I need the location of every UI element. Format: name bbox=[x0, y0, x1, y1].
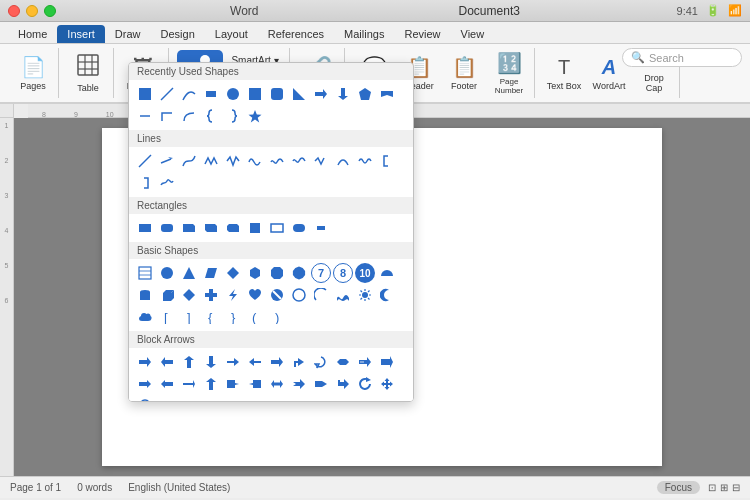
arrow-block-d[interactable] bbox=[201, 352, 221, 372]
arrow-chevron1[interactable] bbox=[289, 374, 309, 394]
shape-corner[interactable] bbox=[289, 84, 309, 104]
basic-heart[interactable] bbox=[245, 285, 265, 305]
line-straight[interactable] bbox=[135, 151, 155, 171]
basic-octagon[interactable] bbox=[267, 263, 287, 283]
zigzag3[interactable] bbox=[245, 151, 265, 171]
textbox-button[interactable]: T Text Box bbox=[543, 50, 585, 96]
arrow-block-l[interactable] bbox=[157, 352, 177, 372]
shape-arrow-d[interactable] bbox=[333, 84, 353, 104]
paren-left[interactable]: ( bbox=[245, 307, 265, 327]
bracket-line[interactable] bbox=[377, 151, 397, 171]
basic-wave[interactable] bbox=[333, 285, 353, 305]
shape-arrow-r[interactable] bbox=[311, 84, 331, 104]
basic-hexagon[interactable] bbox=[245, 263, 265, 283]
shape-small-rect[interactable] bbox=[201, 84, 221, 104]
tab-layout[interactable]: Layout bbox=[205, 25, 258, 43]
rect-bevel[interactable] bbox=[245, 218, 265, 238]
tab-references[interactable]: References bbox=[258, 25, 334, 43]
view-icon-1[interactable]: ⊡ bbox=[708, 482, 716, 493]
shape-bent2[interactable] bbox=[179, 106, 199, 126]
arrow-striped1[interactable] bbox=[355, 352, 375, 372]
curly-right[interactable]: } bbox=[223, 307, 243, 327]
tab-mailings[interactable]: Mailings bbox=[334, 25, 394, 43]
basic-sun[interactable] bbox=[355, 285, 375, 305]
rect-round1[interactable] bbox=[157, 218, 177, 238]
minimize-button[interactable] bbox=[26, 5, 38, 17]
arrow-bent2[interactable] bbox=[333, 374, 353, 394]
line-arrow-r[interactable] bbox=[157, 151, 177, 171]
arrow-block-l2[interactable] bbox=[245, 352, 265, 372]
rect-snip2[interactable] bbox=[201, 218, 221, 238]
page-number-button[interactable]: 🔢 PageNumber bbox=[488, 50, 530, 96]
shape-line[interactable] bbox=[157, 84, 177, 104]
basic-moon[interactable] bbox=[377, 285, 397, 305]
maximize-button[interactable] bbox=[44, 5, 56, 17]
tab-design[interactable]: Design bbox=[151, 25, 205, 43]
basic-arc[interactable] bbox=[311, 285, 331, 305]
wave1[interactable] bbox=[267, 151, 287, 171]
shape-bent[interactable] bbox=[157, 106, 177, 126]
arrow-double1[interactable] bbox=[267, 374, 287, 394]
shape-ribbon[interactable] bbox=[377, 84, 397, 104]
shape-straight[interactable] bbox=[135, 106, 155, 126]
arrow-rotate-cw[interactable] bbox=[157, 396, 177, 402]
shape-star5[interactable] bbox=[245, 106, 265, 126]
basic-10[interactable]: 10 bbox=[355, 263, 375, 283]
arrow-callout-r[interactable] bbox=[223, 374, 243, 394]
arrow-callout-l[interactable] bbox=[245, 374, 265, 394]
arrow-block-r4[interactable] bbox=[135, 374, 155, 394]
bracket-close-line[interactable] bbox=[135, 173, 155, 193]
basic-cloud[interactable] bbox=[135, 307, 155, 327]
paren-right[interactable]: ) bbox=[267, 307, 287, 327]
arrow-block-r3[interactable] bbox=[267, 352, 287, 372]
shape-rounded[interactable] bbox=[267, 84, 287, 104]
basic-lines[interactable] bbox=[135, 263, 155, 283]
basic-half-circle[interactable] bbox=[377, 263, 397, 283]
arrow-block-r5[interactable] bbox=[179, 374, 199, 394]
rect-outline[interactable] bbox=[267, 218, 287, 238]
search-bar[interactable]: 🔍 Search bbox=[622, 48, 742, 67]
shape-curve[interactable] bbox=[179, 84, 199, 104]
arrow-bent1[interactable] bbox=[289, 352, 309, 372]
basic-lightning[interactable] bbox=[223, 285, 243, 305]
zigzag1[interactable] bbox=[201, 151, 221, 171]
brace-left[interactable]: [ bbox=[157, 307, 177, 327]
basic-diamond[interactable] bbox=[223, 263, 243, 283]
shape-ellipse[interactable] bbox=[223, 84, 243, 104]
view-icon-3[interactable]: ⊟ bbox=[732, 482, 740, 493]
basic-circle[interactable] bbox=[157, 263, 177, 283]
pages-button[interactable]: 📄 Pages bbox=[12, 50, 54, 96]
close-button[interactable] bbox=[8, 5, 20, 17]
shape-square[interactable] bbox=[245, 84, 265, 104]
footer-button[interactable]: 📋 Footer bbox=[443, 50, 485, 96]
basic-8[interactable]: 8 bbox=[333, 263, 353, 283]
line-curve2[interactable] bbox=[179, 151, 199, 171]
arrow-rotate-ccw[interactable] bbox=[135, 396, 155, 402]
basic-parallelogram[interactable] bbox=[201, 263, 221, 283]
rect-round2[interactable] bbox=[289, 218, 309, 238]
basic-triangle[interactable] bbox=[179, 263, 199, 283]
zigzag2[interactable] bbox=[223, 151, 243, 171]
arrow-circle1[interactable] bbox=[311, 352, 331, 372]
arrow-block-u[interactable] bbox=[179, 352, 199, 372]
basic-cube[interactable] bbox=[157, 285, 177, 305]
wave4[interactable] bbox=[157, 173, 177, 193]
tab-draw[interactable]: Draw bbox=[105, 25, 151, 43]
tab-insert[interactable]: Insert bbox=[57, 25, 105, 43]
basic-no[interactable] bbox=[267, 285, 287, 305]
rect-snip1[interactable] bbox=[179, 218, 199, 238]
basic-decagon[interactable] bbox=[289, 263, 309, 283]
arrow-wide1[interactable] bbox=[377, 352, 397, 372]
arrow-up2[interactable] bbox=[201, 374, 221, 394]
rect-snip3[interactable] bbox=[223, 218, 243, 238]
tab-review[interactable]: Review bbox=[394, 25, 450, 43]
arrow-pentagon1[interactable] bbox=[311, 374, 331, 394]
shape-pentagon[interactable] bbox=[355, 84, 375, 104]
arrow-4way[interactable] bbox=[377, 374, 397, 394]
basic-7[interactable]: 7 bbox=[311, 263, 331, 283]
basic-cylinder[interactable] bbox=[135, 285, 155, 305]
arrow-block-r[interactable] bbox=[135, 352, 155, 372]
curly-left[interactable]: { bbox=[201, 307, 221, 327]
basic-circle-stroke[interactable] bbox=[289, 285, 309, 305]
shape-rect[interactable] bbox=[135, 84, 155, 104]
